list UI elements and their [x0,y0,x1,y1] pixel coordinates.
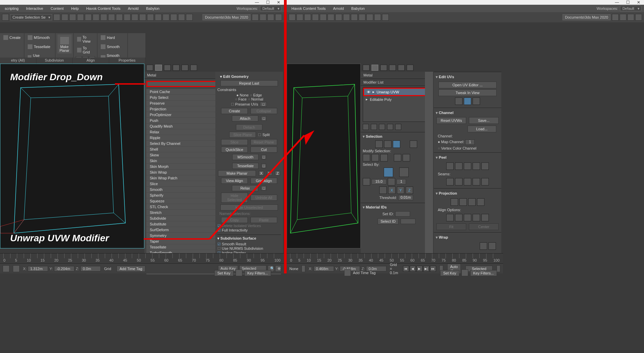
proj-sphere-icon[interactable] [468,198,476,206]
toolbar-icon[interactable] [612,14,619,21]
toolbar-icon[interactable] [93,14,99,21]
element-mode-icon[interactable] [410,140,417,148]
proj-box-icon[interactable] [477,198,484,206]
tess-settings[interactable]: □ [261,163,266,168]
prev-frame-icon[interactable]: ◀ [410,266,416,272]
key-filters-button[interactable]: Key Filters... [470,270,497,276]
viewport-right[interactable] [287,64,361,248]
constraint-none[interactable]: None [236,93,248,97]
show-end-icon[interactable] [371,124,377,130]
status-icon[interactable] [3,265,9,272]
toolbar-icon[interactable] [343,14,350,21]
x-value[interactable]: 1.312m [28,266,48,271]
shrink-icon[interactable] [372,154,379,161]
status-icon[interactable] [302,265,305,272]
toolbar-icon[interactable] [62,14,68,21]
close-button[interactable]: ✕ [633,0,644,5]
key-filters-button[interactable]: Key Filters... [244,270,271,276]
toolbar-icon[interactable] [335,14,342,21]
vertex-mode-icon[interactable] [375,140,383,148]
cmd-tab-hierarchy-icon[interactable] [164,65,171,71]
cmd-tab-modify-icon[interactable] [155,65,162,71]
toolbar-icon[interactable] [260,14,266,21]
menu-babylon[interactable]: Babylon [349,6,367,11]
peel-icon[interactable] [481,162,489,170]
msmooth-settings[interactable]: □ [261,155,266,159]
planar-select-icon[interactable] [384,168,393,177]
toolbar-icon[interactable] [186,14,193,21]
open-uv-editor-button[interactable]: Open UV Editor ... [438,82,497,88]
toolbar-icon[interactable] [620,14,626,21]
workspaces-dropdown[interactable]: Default [260,6,281,11]
modifier-list-dropdown[interactable]: Modifier List▾ [361,79,432,86]
play-icon[interactable]: ▶ [416,266,423,272]
toolbar-icon[interactable] [366,14,373,21]
toolbar-icon[interactable] [267,14,274,21]
max-button[interactable]: ☐ [262,0,273,5]
constraint-face[interactable]: Face [235,97,246,101]
menu-content[interactable]: Content [49,6,66,11]
toolbar-icon[interactable] [155,14,162,21]
map-channel-radio[interactable]: Map Channel: [438,140,464,144]
selectid-spinner[interactable] [401,219,415,224]
create-button[interactable]: Create [2,35,22,41]
wrap-icon[interactable] [480,242,487,250]
load-button[interactable]: Load... [468,126,496,132]
loop2-icon[interactable] [403,154,410,161]
smoothres-check[interactable]: Smooth Result [217,242,246,246]
attach-button[interactable]: Attach [232,115,259,122]
angle-spinner[interactable]: 15.0 [372,179,386,184]
cmd-tab-motion-icon[interactable] [173,65,180,71]
deliso-check[interactable]: Delete Isolated Vertices [217,224,261,228]
wrap-icon[interactable] [488,242,496,250]
toolbar-icon[interactable] [627,14,634,21]
cut-button[interactable]: Cut [251,147,277,153]
cmd-tab-display-icon[interactable] [398,65,405,71]
toolbar-icon[interactable] [139,14,146,21]
threshold-spinner[interactable]: 0.01m [398,195,413,200]
msmooth-button[interactable]: MSmooth [26,35,53,41]
toolbar-icon[interactable] [53,14,60,21]
toolbar-icon[interactable] [296,14,303,21]
setid-spinner[interactable] [395,211,410,217]
timeline-left[interactable]: 0510152025303540455055606570758085909510… [0,253,284,263]
tessellate-button[interactable]: Tessellate [26,44,53,50]
time-ruler[interactable] [290,253,500,258]
gridalign-button[interactable]: Grid Align [251,178,277,184]
grow-icon[interactable] [363,154,370,161]
to-grid-button[interactable]: To Grid [76,45,95,55]
planar-z[interactable]: Z [275,171,280,176]
relax-settings[interactable]: □ [261,186,266,191]
add-time-tag[interactable]: Add Time Tag [117,266,145,272]
key-icon[interactable] [236,269,242,276]
quick-cyl-icon[interactable] [473,97,480,105]
toolbar-icon[interactable] [374,14,381,21]
toolbar-icon[interactable] [304,14,311,21]
status-icon[interactable] [13,265,20,272]
constraint-edge[interactable]: Edge [250,93,262,97]
proj-planar-icon[interactable] [451,198,458,206]
toolbar-icon[interactable] [116,14,123,21]
loop-icon[interactable] [394,154,401,161]
quick-planar-icon[interactable] [455,97,462,105]
toolbar-icon[interactable] [147,14,154,21]
seam-icon[interactable] [446,178,454,185]
toolbar-icon[interactable] [170,14,177,21]
cmd-tab-motion-icon[interactable] [389,65,396,71]
seam-icon[interactable] [464,178,471,185]
unique-icon[interactable] [379,124,385,130]
repeat-last-button[interactable]: Repeat Last [220,80,278,86]
next-frame-icon[interactable]: ▶| [423,266,429,272]
edge-mode-icon[interactable] [384,140,391,148]
stack-editable-poly[interactable]: ▸Editable Poly [363,96,429,103]
toolbar-icon[interactable] [2,14,9,21]
map-channel-spinner[interactable]: 1 [465,139,475,145]
create-button[interactable]: Create [221,108,248,114]
setkey-button[interactable]: Set Key [214,270,234,276]
menu-help[interactable]: Help [69,6,81,11]
max-button[interactable]: ☐ [622,0,633,5]
toolbar-icon[interactable] [124,14,130,21]
make-planar-button[interactable]: Make Planar [57,35,72,53]
quick-box-icon[interactable] [464,97,471,105]
toolbar-icon[interactable] [85,14,92,21]
